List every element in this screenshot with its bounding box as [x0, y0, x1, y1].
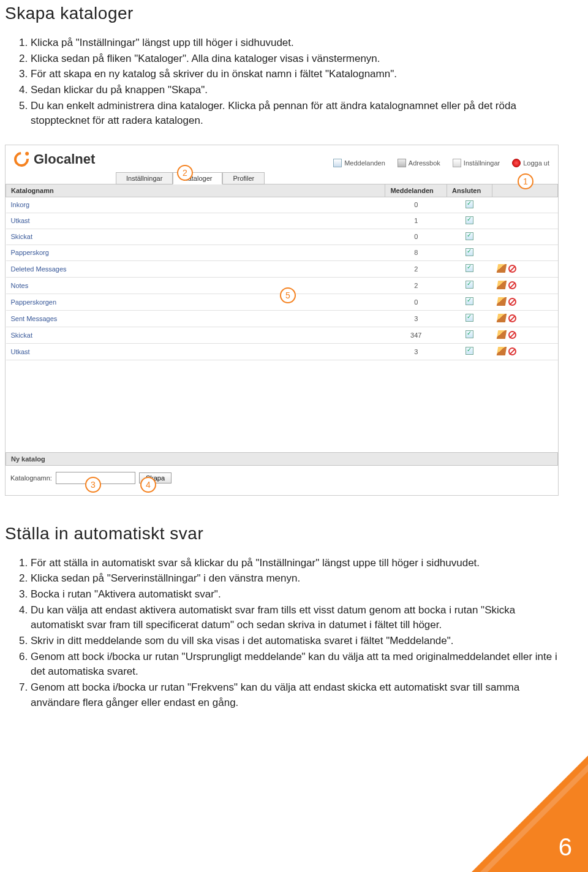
folder-connected[interactable] [447, 310, 492, 327]
folder-actions [492, 343, 558, 360]
toplink-adressbok[interactable]: Adressbok [398, 159, 440, 167]
delete-icon[interactable] [508, 314, 516, 322]
folder-count: 347 [385, 327, 447, 343]
folder-count: 0 [385, 197, 447, 213]
list-item: Klicka på "Inställningar" längst upp til… [31, 36, 559, 51]
toplink-meddelanden[interactable]: Meddelanden [333, 159, 385, 167]
glocalnet-logo-icon [11, 149, 32, 170]
folder-name[interactable]: Sent Messages [6, 310, 385, 327]
tab-installningar[interactable]: Inställningar [116, 172, 173, 184]
table-row: Utkast3 [6, 343, 558, 360]
table-row: Sent Messages3 [6, 310, 558, 327]
folder-count: 2 [385, 277, 447, 294]
section2-title: Ställa in automatiskt svar [5, 524, 559, 544]
message-icon [333, 159, 342, 167]
list-item: Genom att bock i/bocka ur rutan "Ursprun… [31, 650, 559, 680]
edit-icon[interactable] [496, 264, 506, 273]
delete-icon[interactable] [508, 298, 516, 306]
list-item: Sedan klickar du på knappen "Skapa". [31, 83, 559, 98]
folder-name[interactable]: Papperskorg [6, 245, 385, 260]
folder-actions [492, 197, 558, 213]
new-catalog-label: Katalognamn: [10, 474, 52, 482]
section1-title: Skapa kataloger [5, 4, 559, 23]
edit-icon[interactable] [496, 281, 506, 289]
toplink-label: Logga ut [523, 159, 549, 167]
folder-connected[interactable] [447, 229, 492, 245]
checkbox-icon[interactable] [466, 200, 473, 208]
folder-connected[interactable] [447, 260, 492, 277]
list-item: För att skapa en ny katalog så skriver d… [31, 67, 559, 82]
toplink-label: Meddelanden [344, 159, 385, 167]
table-row: Deleted Messages2 [6, 260, 558, 277]
list-item: Bocka i rutan "Aktivera automatiskt svar… [31, 587, 559, 602]
top-links: Meddelanden Adressbok Inställningar Logg… [333, 159, 549, 167]
folder-actions [492, 277, 558, 294]
folder-name[interactable]: Inkorg [6, 197, 385, 213]
folder-connected[interactable] [447, 277, 492, 294]
folder-name[interactable]: Deleted Messages [6, 260, 385, 277]
delete-icon[interactable] [508, 347, 516, 355]
folder-connected[interactable] [447, 213, 492, 229]
brand-logo: Glocalnet [14, 151, 95, 167]
edit-icon[interactable] [496, 330, 506, 339]
list-item: För att ställa in automatiskt svar så kl… [31, 556, 559, 571]
folder-actions [492, 213, 558, 229]
checkbox-icon[interactable] [466, 248, 473, 256]
folder-connected[interactable] [447, 343, 492, 360]
table-row: Skickat0 [6, 229, 558, 245]
table-row: Papperskorg8 [6, 245, 558, 260]
list-item: Du kan enkelt administrera dina kataloge… [31, 99, 559, 129]
table-row: Skickat347 [6, 327, 558, 343]
folder-name[interactable]: Skickat [6, 229, 385, 245]
folder-count: 0 [385, 294, 447, 310]
folder-name[interactable]: Utkast [6, 343, 385, 360]
folder-actions [492, 245, 558, 260]
checkbox-icon[interactable] [466, 216, 473, 224]
folder-actions [492, 229, 558, 245]
checkbox-icon[interactable] [466, 264, 473, 272]
tab-profiler[interactable]: Profiler [222, 172, 265, 184]
callout-1: 1 [518, 173, 533, 189]
folder-count: 3 [385, 343, 447, 360]
delete-icon[interactable] [508, 281, 516, 289]
folder-connected[interactable] [447, 327, 492, 343]
logout-icon [512, 159, 521, 167]
delete-icon[interactable] [508, 265, 516, 273]
corner-triangle-inner [488, 772, 588, 872]
folder-connected[interactable] [447, 245, 492, 260]
list-item: Klicka sedan på "Serverinställningar" i … [31, 571, 559, 586]
folder-count: 0 [385, 229, 447, 245]
addressbook-icon [398, 159, 406, 167]
col-count: Meddelanden [385, 184, 447, 197]
delete-icon[interactable] [508, 331, 516, 339]
checkbox-icon[interactable] [466, 347, 473, 355]
empty-space [6, 360, 558, 452]
folder-connected[interactable] [447, 294, 492, 310]
tabs-row: Inställningar Kataloger Profiler [6, 167, 558, 184]
table-row: Utkast1 [6, 213, 558, 229]
folder-name[interactable]: Utkast [6, 213, 385, 229]
list-item: Skriv in ditt meddelande som du vill ska… [31, 634, 559, 649]
callout-5: 5 [280, 287, 296, 303]
col-connected: Ansluten [447, 184, 492, 197]
checkbox-icon[interactable] [466, 281, 473, 289]
toplink-label: Adressbok [409, 159, 440, 167]
checkbox-icon[interactable] [466, 330, 473, 338]
edit-icon[interactable] [496, 347, 506, 355]
checkbox-icon[interactable] [466, 297, 473, 305]
folder-name[interactable]: Notes [6, 277, 385, 294]
folder-name[interactable]: Skickat [6, 327, 385, 343]
folder-connected[interactable] [447, 197, 492, 213]
toplink-loggaut[interactable]: Logga ut [512, 159, 549, 167]
screenshot-panel: Glocalnet Meddelanden Adressbok Inställn… [5, 145, 559, 496]
folder-name[interactable]: Papperskorgen [6, 294, 385, 310]
edit-icon[interactable] [496, 314, 506, 322]
checkbox-icon[interactable] [466, 314, 473, 322]
folder-actions [492, 260, 558, 277]
list-item: Du kan välja att endast aktivera automat… [31, 603, 559, 633]
checkbox-icon[interactable] [466, 232, 473, 240]
edit-icon[interactable] [496, 297, 506, 306]
section1-steps: Klicka på "Inställningar" längst upp til… [5, 36, 559, 129]
toplink-installningar[interactable]: Inställningar [453, 159, 500, 167]
callout-2: 2 [177, 165, 193, 181]
